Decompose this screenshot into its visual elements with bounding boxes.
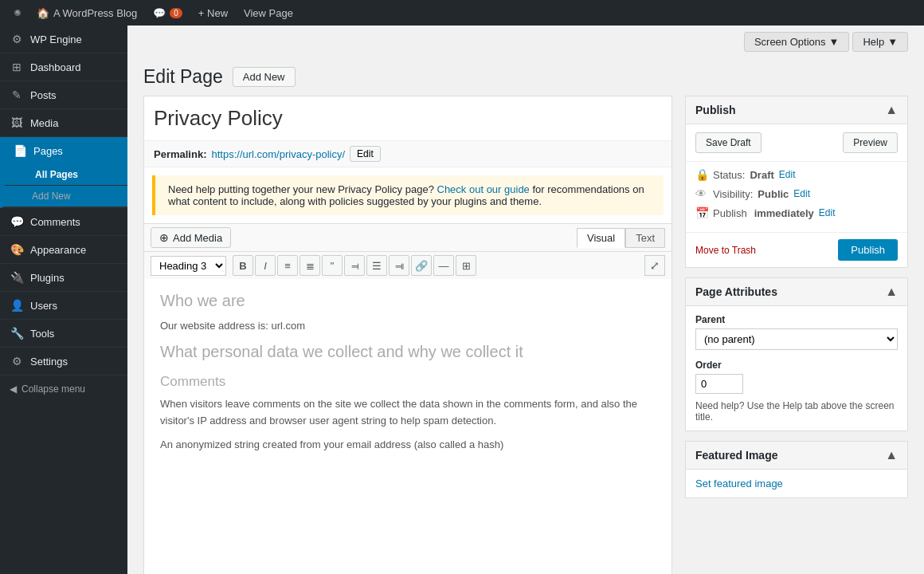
- sidebar-item-pages[interactable]: 📄 Pages All Pages Add New: [0, 137, 127, 208]
- permalink-bar: Permalink: https://url.com/privacy-polic…: [144, 141, 671, 167]
- sidebar-item-comments[interactable]: 💬 Comments: [0, 208, 127, 236]
- editor-tabs: Visual Text: [577, 228, 665, 248]
- page-title: Edit Page: [143, 66, 223, 88]
- site-name-bar-item[interactable]: 🏠 A WordPress Blog: [29, 0, 145, 26]
- home-icon: 🏠: [37, 7, 49, 19]
- editor-toolbar: Heading 3 Paragraph Heading 1 Heading 2 …: [144, 251, 671, 279]
- post-title-input[interactable]: [154, 103, 662, 134]
- sidebar-item-posts[interactable]: ✎ Posts: [0, 81, 127, 109]
- featured-image-header[interactable]: Featured Image ▲: [686, 442, 907, 470]
- content-heading-personal-data: What personal data we collect and why we…: [160, 343, 656, 361]
- align-center-button[interactable]: ☰: [366, 255, 387, 276]
- italic-button[interactable]: I: [255, 255, 276, 276]
- ordered-list-button[interactable]: ≣: [300, 255, 320, 276]
- notice-text: Need help putting together your new Priv…: [168, 183, 434, 195]
- publish-when-label: Publish: [713, 207, 747, 219]
- page-attributes-toggle-icon: ▲: [885, 285, 898, 299]
- content-para-comments: When visitors leave comments on the site…: [160, 396, 656, 430]
- align-left-button[interactable]: ⫤: [344, 255, 365, 276]
- order-input[interactable]: [695, 374, 743, 394]
- settings-label: Settings: [30, 356, 68, 368]
- blockquote-button[interactable]: ": [322, 255, 343, 276]
- sidebar-item-media[interactable]: 🖼 Media: [0, 109, 127, 137]
- table-button[interactable]: ⊞: [456, 255, 476, 276]
- media-icon: 🖼: [10, 116, 24, 130]
- sidebar-item-appearance[interactable]: 🎨 Appearance: [0, 236, 127, 264]
- collapse-menu[interactable]: ◀ Collapse menu: [0, 375, 127, 403]
- media-label: Media: [30, 117, 58, 129]
- comments-bar-item[interactable]: 💬 0: [145, 0, 190, 26]
- sidebar-item-users[interactable]: 👤 Users: [0, 292, 127, 320]
- publish-when-value: immediately: [754, 207, 814, 219]
- calendar-icon: 📅: [695, 206, 708, 219]
- help-button[interactable]: Help ▼: [852, 32, 908, 52]
- format-select[interactable]: Heading 3 Paragraph Heading 1 Heading 2 …: [151, 256, 226, 276]
- sidebar-item-wp-engine[interactable]: ⚙ WP Engine: [0, 26, 127, 53]
- comments-count: 0: [170, 8, 182, 18]
- post-editor: Permalink: https://url.com/privacy-polic…: [143, 96, 672, 574]
- status-edit-link[interactable]: Edit: [779, 169, 796, 180]
- add-media-button[interactable]: ⊕ Add Media: [151, 227, 231, 248]
- status-lock-icon: 🔒: [695, 168, 708, 181]
- save-draft-button[interactable]: Save Draft: [695, 132, 762, 153]
- wp-logo-icon[interactable]: [6, 0, 29, 26]
- tab-text[interactable]: Text: [625, 228, 665, 248]
- visibility-label: Visibility:: [713, 188, 753, 200]
- permalink-edit-button[interactable]: Edit: [350, 146, 381, 162]
- add-new-button[interactable]: Add New: [233, 67, 296, 87]
- content-para-address: Our website address is: url.com: [160, 318, 656, 335]
- sidebar-subitem-add-new-page[interactable]: Add New: [3, 186, 127, 207]
- notice-link[interactable]: Check out our guide: [437, 183, 530, 195]
- pages-icon: 📄: [13, 144, 27, 158]
- publish-box: Publish ▲ Save Draft Preview 🔒 Status: D…: [685, 96, 908, 268]
- users-label: Users: [30, 300, 57, 312]
- publish-box-toggle-icon: ▲: [885, 103, 898, 117]
- fullscreen-button[interactable]: ⤢: [644, 255, 665, 276]
- sidebar-item-dashboard[interactable]: ⊞ Dashboard: [0, 53, 127, 81]
- horizontal-rule-button[interactable]: ―: [433, 255, 454, 276]
- help-label: Help: [863, 36, 884, 48]
- publish-button[interactable]: Publish: [838, 239, 898, 261]
- new-bar-item[interactable]: + New: [190, 0, 236, 26]
- all-pages-label: All Pages: [35, 169, 78, 180]
- bold-button[interactable]: B: [233, 255, 253, 276]
- content-wrap: Permalink: https://url.com/privacy-polic…: [127, 96, 924, 574]
- sidebar-item-plugins[interactable]: 🔌 Plugins: [0, 264, 127, 292]
- unordered-list-button[interactable]: ≡: [277, 255, 298, 276]
- link-button[interactable]: 🔗: [411, 255, 432, 276]
- visibility-edit-link[interactable]: Edit: [793, 188, 810, 199]
- page-attributes-header[interactable]: Page Attributes ▲: [686, 278, 907, 306]
- dashboard-label: Dashboard: [30, 61, 81, 73]
- appearance-icon: 🎨: [10, 242, 24, 257]
- editor-content-area[interactable]: Who we are Our website address is: url.c…: [144, 279, 671, 574]
- admin-bar: 🏠 A WordPress Blog 💬 0 + New View Page: [0, 0, 924, 26]
- parent-select[interactable]: (no parent): [695, 328, 898, 350]
- status-row: 🔒 Status: Draft Edit: [695, 168, 898, 181]
- view-page-bar-item[interactable]: View Page: [236, 0, 301, 26]
- view-page-label: View Page: [244, 7, 293, 19]
- appearance-label: Appearance: [30, 244, 86, 256]
- sidebar-item-settings[interactable]: ⚙ Settings: [0, 348, 127, 375]
- sidebar-subitem-all-pages[interactable]: All Pages: [3, 164, 127, 186]
- featured-image-toggle-icon: ▲: [885, 448, 898, 462]
- new-bar-label: + New: [198, 7, 228, 19]
- sidebar-item-tools[interactable]: 🔧 Tools: [0, 320, 127, 348]
- privacy-notice: Need help putting together your new Priv…: [152, 175, 664, 215]
- featured-image-title: Featured Image: [695, 449, 777, 462]
- settings-icon: ⚙: [10, 354, 24, 368]
- schedule-edit-link[interactable]: Edit: [819, 207, 836, 218]
- publish-box-header[interactable]: Publish ▲: [686, 96, 907, 124]
- set-featured-image-link[interactable]: Set featured image: [686, 470, 907, 497]
- screen-options-label: Screen Options: [754, 36, 826, 48]
- preview-button[interactable]: Preview: [843, 132, 898, 153]
- align-right-button[interactable]: ⫥: [389, 255, 409, 276]
- tab-visual[interactable]: Visual: [577, 228, 625, 248]
- screen-options-button[interactable]: Screen Options ▼: [744, 32, 849, 52]
- move-to-trash-link[interactable]: Move to Trash: [695, 245, 756, 256]
- visibility-row: 👁 Visibility: Public Edit: [695, 187, 898, 200]
- permalink-url[interactable]: https://url.com/privacy-policy/: [211, 148, 345, 160]
- publish-footer: Move to Trash Publish: [686, 232, 907, 267]
- main-content: Screen Options ▼ Help ▼ Edit Page Add Ne…: [127, 26, 924, 574]
- wp-engine-icon: ⚙: [10, 32, 24, 46]
- wp-engine-label: WP Engine: [30, 33, 82, 45]
